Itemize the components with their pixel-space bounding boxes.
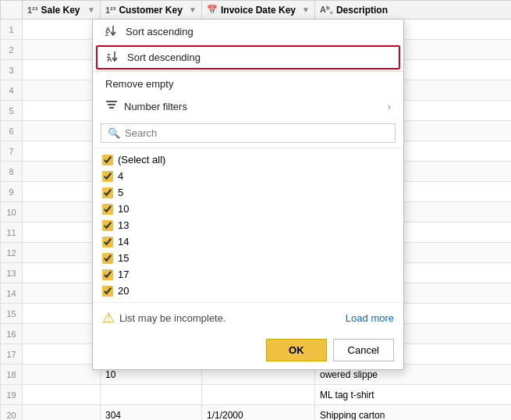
row-num-cell: 16 [1,324,23,344]
svg-rect-7 [108,104,115,105]
row-num-cell: 11 [1,222,23,243]
row-num-cell: 13 [1,263,23,283]
remove-empty-label: Remove empty [105,78,173,90]
sale-key-cell [23,304,101,324]
checkbox-value-item[interactable]: 15 [101,250,396,266]
sale-key-cell [23,283,101,304]
load-more-link[interactable]: Load more [346,312,394,324]
checkbox-value-label: 17 [118,269,129,280]
search-icon: 🔍 [108,127,120,139]
sale-key-cell [23,141,101,162]
remove-empty-item[interactable]: Remove empty [93,73,403,94]
checkbox-value-input[interactable] [102,269,113,280]
checkbox-value-input[interactable] [102,204,113,215]
button-row: OK Cancel [93,333,403,369]
number-filters-label: Number filters [124,101,187,112]
checkbox-value-item[interactable]: 14 [101,233,396,250]
sale-key-cell [23,20,101,40]
checkbox-value-input[interactable] [102,171,113,182]
description-icon: Aᵇ꜀ [320,5,333,15]
row-num-cell: 5 [1,101,23,121]
checkbox-value-item[interactable]: 5 [101,184,396,201]
checkbox-value-item[interactable]: 20 [101,283,396,299]
checkbox-value-input[interactable] [102,286,113,297]
sort-ascending-label: Sort ascending [126,26,193,37]
select-all-item[interactable]: (Select all) [101,151,396,168]
description-cell: ML tag t-shirt [315,385,512,405]
svg-rect-8 [109,107,114,109]
row-num-cell: 17 [1,344,23,365]
sale-key-cell [23,405,101,421]
checkbox-value-input[interactable] [102,253,113,264]
incomplete-notice: List may be incomplete. [119,312,226,324]
ok-button[interactable]: OK [266,339,327,361]
sale-key-cell [23,101,101,121]
row-num-cell: 7 [1,141,23,162]
checkbox-value-label: 5 [118,187,123,198]
sort-ascending-item[interactable]: A Z Sort ascending [93,20,403,44]
cancel-button[interactable]: Cancel [333,339,394,361]
checkbox-value-label: 10 [118,203,129,215]
customer-key-cell [101,385,202,405]
select-all-checkbox[interactable] [102,155,113,166]
sale-key-cell [23,263,101,283]
sale-key-cell [23,344,101,365]
table-row: 19 ML tag t-shirt [1,385,512,405]
invoice-date-cell: 1/1/2000 [202,405,315,421]
checkbox-value-label: 4 [118,170,123,182]
checkbox-value-label: 13 [118,219,129,231]
select-all-label: (Select all) [118,154,165,166]
customer-key-header[interactable]: 1²³ Customer Key ▼ [101,1,202,20]
row-num-cell: 18 [1,365,23,385]
sale-key-cell [23,40,101,60]
table-header-row: 1²³ Sale Key ▼ 1²³ Customer Key ▼ 📅 [1,1,512,20]
sale-key-header[interactable]: 1²³ Sale Key ▼ [23,1,101,20]
filter-footer: ⚠ List may be incomplete. Load more [93,303,403,333]
checkbox-value-input[interactable] [102,220,113,231]
sale-key-cell [23,202,101,222]
checkbox-value-label: 15 [118,252,129,264]
invoice-date-key-header[interactable]: 📅 Invoice Date Key ▼ [202,1,315,20]
checkbox-value-label: 20 [118,285,129,297]
row-num-cell: 2 [1,40,23,60]
sale-key-cell [23,222,101,243]
customer-key-filter-arrow[interactable]: ▼ [189,5,197,14]
row-num-cell: 10 [1,202,23,222]
customer-key-cell: 304 [101,405,202,421]
sale-key-icon: 1²³ [27,5,37,15]
checkbox-value-item[interactable]: 4 [101,168,396,184]
sort-descending-label: Sort descending [127,52,200,63]
row-num-cell: 9 [1,182,23,202]
sale-key-filter-arrow[interactable]: ▼ [87,5,95,14]
checkbox-value-label: 14 [118,236,129,247]
table-row: 20 304 1/1/2000 Shipping carton [1,405,512,421]
row-num-cell: 15 [1,304,23,324]
search-input[interactable] [125,127,389,139]
checkbox-value-input[interactable] [102,187,113,198]
row-num-cell: 4 [1,80,23,101]
number-filters-icon [105,99,118,114]
checkbox-value-item[interactable]: 17 [101,266,396,283]
sort-ascending-icon: A Z [105,24,119,39]
row-num-cell: 1 [1,20,23,40]
menu-divider-1 [93,71,403,72]
row-num-header [1,1,23,20]
customer-key-label: Customer Key [119,5,182,16]
number-filters-item[interactable]: Number filters › [93,94,403,119]
checkbox-value-item[interactable]: 13 [101,217,396,233]
row-num-cell: 20 [1,405,23,421]
row-num-cell: 19 [1,385,23,405]
invoice-date-filter-arrow[interactable]: ▼ [302,5,310,14]
sale-key-cell [23,182,101,202]
sale-key-cell [23,162,101,182]
filter-dropdown-panel: A Z Sort ascending Z A Sort descending R… [92,19,404,370]
checkbox-value-item[interactable]: 10 [101,201,396,217]
checkbox-value-input[interactable] [102,237,113,247]
row-num-cell: 3 [1,60,23,80]
sort-descending-item[interactable]: Z A Sort descending [96,45,400,69]
sale-key-cell [23,365,101,385]
row-num-cell: 12 [1,243,23,263]
warning-icon: ⚠ [102,309,115,326]
svg-text:A: A [107,55,112,62]
checkbox-values-list: 4 5 10 13 14 15 17 20 [101,168,396,299]
